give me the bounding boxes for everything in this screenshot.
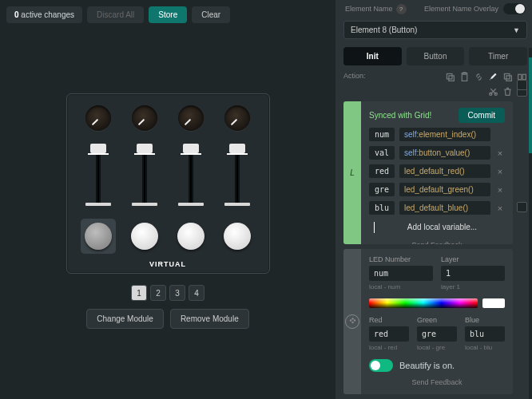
svg-rect-6 [518, 74, 522, 80]
event-tabs: Init Button Timer [343, 47, 527, 65]
var-code[interactable]: led_default_green() [399, 183, 490, 196]
trash-icon[interactable] [502, 86, 513, 97]
svg-rect-0 [447, 73, 452, 79]
locals-card: L Synced with Grid! Commit num self:elem… [343, 101, 513, 244]
action-label: Action: [343, 72, 366, 80]
blue-label: Blue [465, 316, 505, 324]
fader-3[interactable] [179, 144, 203, 206]
close-icon[interactable]: × [495, 167, 505, 176]
card-checkbox-1[interactable] [517, 80, 527, 90]
var-row-num: num self:element_index() [369, 128, 505, 141]
layer-label: Layer [441, 255, 505, 263]
brush-icon[interactable] [488, 72, 498, 82]
led-card: LED Number num local - num Layer 1 layer… [343, 249, 513, 394]
var-row-val: val self:button_value() × [369, 146, 505, 160]
virtual-module: VIRTUAL [66, 93, 270, 274]
tab-button[interactable]: Button [407, 47, 465, 65]
chevron-down-icon: ▼ [513, 26, 520, 34]
overlay-toggle[interactable] [503, 3, 526, 14]
red-sub: local - red [369, 344, 409, 351]
led-number-label: LED Number [369, 255, 433, 263]
overlay-label: Element Name Overlay [424, 5, 498, 13]
var-name[interactable]: val [369, 146, 395, 160]
var-row-red: red led_default_red() × [369, 164, 505, 178]
green-input[interactable]: gre [417, 326, 457, 342]
tab-init[interactable]: Init [343, 47, 402, 65]
page-4-button[interactable]: 4 [189, 285, 204, 301]
var-name[interactable]: blu [369, 201, 395, 215]
knob-row [75, 105, 261, 131]
knob-3[interactable] [178, 105, 204, 131]
text-cursor [374, 222, 375, 233]
action-toolbar [431, 72, 527, 97]
beautify-toggle[interactable] [369, 359, 393, 372]
commit-button[interactable]: Commit [459, 108, 505, 123]
var-code[interactable]: self:button_value() [399, 146, 490, 160]
copy-icon[interactable] [445, 72, 455, 82]
palette-icon [345, 314, 359, 329]
color-picker[interactable] [369, 298, 505, 308]
remove-module-button[interactable]: Remove Module [170, 309, 249, 329]
knob-1[interactable] [85, 105, 111, 131]
color-swatch[interactable] [482, 298, 505, 308]
pad-4[interactable] [220, 219, 255, 254]
discard-all-button[interactable]: Discard All [87, 6, 144, 23]
knob-4[interactable] [224, 105, 250, 131]
fader-2[interactable] [133, 144, 157, 206]
close-icon[interactable]: × [495, 203, 505, 213]
var-name[interactable]: num [369, 128, 395, 141]
svg-rect-5 [506, 76, 512, 81]
copy2-icon[interactable] [502, 72, 513, 82]
var-code[interactable]: led_default_blue() [399, 201, 490, 215]
var-name[interactable]: gre [369, 183, 395, 196]
locals-card-handle[interactable]: L [343, 101, 361, 244]
element-name-label: Element Name? [345, 4, 407, 14]
svg-rect-4 [504, 73, 510, 79]
red-label: Red [369, 316, 409, 324]
card-checkbox-2[interactable] [517, 202, 527, 212]
cut-icon[interactable] [488, 86, 498, 97]
clear-button[interactable]: Clear [192, 6, 230, 23]
svg-rect-7 [522, 74, 526, 80]
page-selector: 1 2 3 4 [131, 285, 204, 301]
paste-icon[interactable] [459, 72, 470, 82]
blue-input[interactable]: blu [465, 326, 505, 342]
send-feedback-link[interactable]: Send Feedback [369, 239, 505, 244]
fader-row [75, 144, 261, 206]
change-module-button[interactable]: Change Module [86, 309, 164, 329]
page-3-button[interactable]: 3 [169, 285, 185, 301]
tab-timer[interactable]: Timer [469, 47, 527, 65]
led-number-input[interactable]: num [369, 266, 433, 281]
var-code[interactable]: led_default_red() [399, 164, 490, 178]
send-feedback-link-2[interactable]: Send Feedback [369, 377, 505, 388]
page-1-button[interactable]: 1 [131, 285, 147, 301]
layer-input[interactable]: 1 [441, 266, 505, 281]
var-code[interactable]: self:element_index() [399, 128, 490, 141]
synced-label: Synced with Grid! [369, 111, 431, 120]
element-select[interactable]: Element 8 (Button) ▼ [343, 21, 527, 39]
close-icon[interactable]: × [495, 148, 505, 158]
pad-2[interactable] [127, 219, 162, 254]
spectrum[interactable] [369, 298, 478, 308]
var-row-blu: blu led_default_blue() × [369, 201, 505, 215]
var-row-gre: gre led_default_green() × [369, 183, 505, 196]
var-name[interactable]: red [369, 164, 395, 178]
led-card-handle[interactable] [343, 249, 361, 394]
red-input[interactable]: red [369, 326, 409, 342]
fader-4[interactable] [225, 144, 249, 206]
button-row [75, 219, 261, 254]
knob-2[interactable] [132, 105, 157, 131]
pad-1-selected[interactable] [81, 219, 116, 254]
help-icon[interactable]: ? [396, 4, 407, 14]
pad-3[interactable] [173, 219, 208, 254]
add-variable-button[interactable]: Add local variable... [379, 219, 505, 235]
beautify-label: Beautify is on. [399, 361, 455, 370]
link-icon[interactable] [474, 72, 484, 82]
close-icon[interactable]: × [495, 185, 505, 195]
fader-1[interactable] [86, 144, 110, 206]
scrollbar-thumb[interactable] [529, 57, 532, 153]
store-button[interactable]: Store [149, 6, 187, 23]
green-sub: local - gre [417, 344, 457, 351]
page-2-button[interactable]: 2 [150, 285, 166, 301]
layer-sub: layer 1 [441, 283, 505, 290]
